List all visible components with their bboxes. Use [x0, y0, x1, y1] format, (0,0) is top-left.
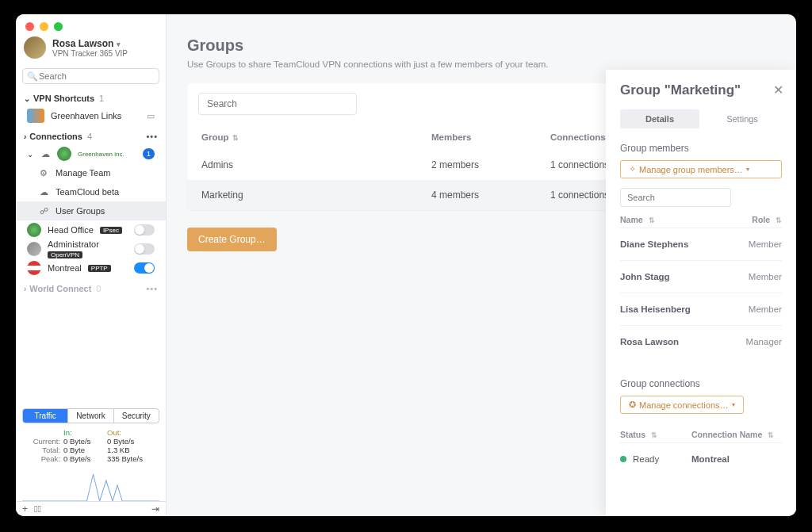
sidebar-bottom-bar: + ⌄⃞ ⇥: [16, 501, 166, 516]
cloud-icon: ☁: [38, 186, 49, 197]
more-icon[interactable]: •••: [146, 284, 158, 293]
sort-icon: ⇅: [229, 134, 239, 142]
plug-icon: ✪: [629, 400, 636, 410]
users-icon: ☍: [38, 205, 49, 216]
members-search-input[interactable]: [620, 188, 731, 207]
item-label: Manage Team: [56, 168, 111, 178]
col-header-conn-name[interactable]: Connection Name ⇅: [691, 430, 774, 439]
stats-value: 1.3 KB: [107, 446, 151, 454]
window-traffic-lights[interactable]: [25, 22, 63, 31]
page-subtitle: Use Groups to share TeamCloud VPN connec…: [187, 59, 776, 69]
zoom-window-dot[interactable]: [54, 22, 63, 31]
connection-toggle[interactable]: [134, 243, 155, 255]
stats-tab-traffic[interactable]: Traffic: [23, 409, 68, 423]
tab-settings[interactable]: Settings: [703, 109, 782, 128]
sort-icon: ⇅: [645, 216, 655, 224]
stats-value: 0 Byte/s: [63, 437, 107, 446]
manage-connections-button[interactable]: ✪Manage connections…▾: [620, 396, 744, 414]
connection-toggle[interactable]: [134, 224, 155, 235]
sidebar-item-user-groups[interactable]: ☍User Groups: [16, 201, 166, 220]
stats-tab-security[interactable]: Security: [114, 409, 159, 423]
minimize-window-dot[interactable]: [40, 22, 48, 31]
close-window-dot[interactable]: [25, 22, 34, 31]
member-row[interactable]: John StaggMember: [620, 260, 782, 293]
shortcuts-count: 1: [98, 94, 104, 103]
connection-name: Montreal: [691, 454, 782, 464]
cloud-icon: ☁: [40, 148, 51, 159]
sort-icon: ⇅: [772, 216, 782, 224]
section-shortcuts-header[interactable]: ⌄ VPN Shortcuts 1: [16, 87, 166, 106]
add-button[interactable]: +: [22, 503, 28, 515]
section-world-header[interactable]: › World Connect 0 •••: [16, 277, 166, 297]
col-header-status[interactable]: Status ⇅: [620, 430, 691, 439]
member-row[interactable]: Rosa LawsonManager: [620, 325, 782, 358]
user-avatar: [24, 36, 46, 59]
col-header-name[interactable]: Name ⇅: [620, 215, 752, 224]
col-header-role[interactable]: Role ⇅: [752, 215, 782, 224]
item-label: Administrator: [48, 239, 99, 249]
manage-members-button[interactable]: ✧Manage group members…▾: [620, 160, 782, 178]
item-label: TeamCloud beta: [56, 187, 119, 197]
group-connections-heading: Group connections: [620, 378, 782, 389]
close-icon[interactable]: ✕: [773, 82, 783, 98]
connections-count: 4: [86, 132, 92, 141]
sidebar: Rosa Lawson ▾ VPN Tracker 365 VIP 🔍 ⌄ VP…: [16, 14, 167, 516]
cell-group: Admins: [201, 159, 431, 170]
org-caption: Greenhaven inc.: [78, 151, 124, 158]
section-connections-label: Connections: [29, 132, 82, 141]
connection-status: Ready: [620, 454, 691, 464]
member-row[interactable]: Lisa HeisenbergMember: [620, 293, 782, 325]
stats-in-header: In:: [63, 428, 107, 437]
section-connections-header[interactable]: › Connections 4 •••: [16, 125, 166, 144]
connection-toggle[interactable]: [134, 262, 155, 274]
user-name: Rosa Lawson: [52, 38, 113, 49]
link-icon: [27, 109, 44, 123]
traffic-graph: [22, 466, 159, 501]
dropdown-icon[interactable]: ⌄⃞: [34, 503, 41, 515]
sort-icon: ⇅: [764, 431, 774, 439]
member-row[interactable]: Diane StephensMember: [620, 228, 782, 260]
open-icon: ▭: [147, 111, 155, 121]
stats-tab-network[interactable]: Network: [68, 409, 113, 423]
col-header-group[interactable]: Group⇅: [201, 132, 431, 142]
sidebar-item-head-office[interactable]: Head OfficeIPsec: [16, 220, 166, 239]
cell-members: 4 members: [431, 189, 550, 201]
protocol-badge: PPTP: [88, 265, 111, 272]
org-avatar: [57, 147, 71, 161]
shortcut-item-label: Greenhaven Links: [51, 111, 121, 121]
stats-value: 0 Byte/s: [63, 454, 107, 463]
sidebar-item-teamcloud-beta[interactable]: ☁TeamCloud beta: [16, 182, 166, 201]
member-name: John Stagg: [620, 272, 749, 281]
groups-search-input[interactable]: [198, 93, 357, 115]
sidebar-item-administrator[interactable]: AdministratorOpenVPN: [16, 239, 166, 258]
expand-icon[interactable]: ⇥: [151, 503, 159, 515]
create-group-button[interactable]: Create Group…: [187, 228, 277, 251]
connection-avatar: [27, 223, 41, 237]
sidebar-item-montreal[interactable]: MontrealPPTP: [16, 258, 166, 277]
connection-avatar: [27, 261, 41, 275]
chevron-down-icon: ▾: [117, 40, 121, 48]
user-subtitle: VPN Tracker 365 VIP: [52, 49, 128, 58]
sidebar-item-manage-team[interactable]: ⚙Manage Team: [16, 163, 166, 182]
section-shortcuts-label: VPN Shortcuts: [33, 94, 94, 103]
chevron-down-icon: ⌄: [27, 150, 33, 159]
stats-value: 335 Byte/s: [107, 454, 151, 463]
item-label: User Groups: [56, 206, 105, 216]
world-count: 0: [94, 284, 101, 293]
protocol-badge: IPsec: [100, 227, 122, 234]
sidebar-item-cloud-row[interactable]: ⌄ ☁ Greenhaven inc. 1: [16, 144, 166, 163]
sort-icon: ⇅: [648, 431, 657, 439]
col-header-members[interactable]: Members: [431, 132, 550, 142]
badge-count: 1: [143, 148, 155, 159]
tab-details[interactable]: Details: [620, 109, 699, 128]
connection-row[interactable]: Ready Montreal: [620, 442, 782, 475]
more-icon[interactable]: •••: [146, 132, 158, 141]
sidebar-search-input[interactable]: [22, 68, 159, 84]
section-world-label: World Connect: [29, 284, 91, 293]
sidebar-shortcut-item[interactable]: Greenhaven Links ▭: [16, 106, 166, 125]
chevron-down-icon: ▾: [732, 401, 735, 408]
stats-row-label: Current:: [24, 437, 63, 446]
stats-tabs[interactable]: Traffic Network Security: [22, 408, 159, 423]
search-icon: 🔍: [27, 71, 38, 82]
stats-value: 0 Byte/s: [107, 437, 151, 446]
